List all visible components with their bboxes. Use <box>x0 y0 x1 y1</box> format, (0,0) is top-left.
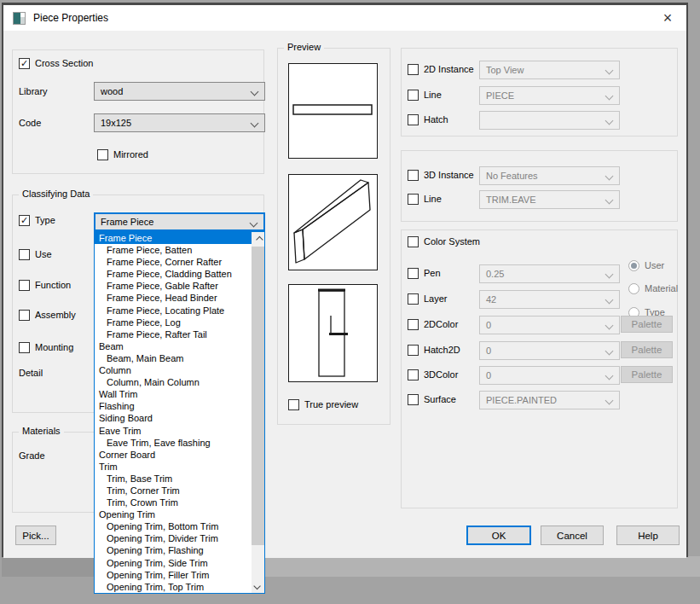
title-bar[interactable]: Piece Properties × <box>3 5 686 31</box>
dropdown-item[interactable]: Trim, Crown Trim <box>95 497 252 508</box>
3dcolor-combo[interactable]: 0 <box>479 366 620 385</box>
material-radio[interactable] <box>628 283 639 294</box>
color-system-checkbox[interactable] <box>408 236 419 247</box>
user-radio[interactable] <box>628 260 639 271</box>
hatch-label: Hatch <box>424 114 448 125</box>
2d-line-checkbox[interactable] <box>408 90 419 101</box>
mounting-checkbox[interactable] <box>19 342 30 353</box>
grade-label: Grade <box>19 450 45 461</box>
palette-button-2dcolor[interactable]: Palette <box>621 316 673 333</box>
3d-instance-combo[interactable]: No Features <box>479 166 620 185</box>
2dcolor-checkbox[interactable] <box>408 319 419 330</box>
dropdown-item[interactable]: Opening Trim, Flashing <box>95 544 252 556</box>
preview-group-label: Preview <box>284 42 324 52</box>
dropdown-item[interactable]: Frame Piece, Batten <box>95 244 252 256</box>
2d-instance-combo[interactable]: Top View <box>479 61 620 79</box>
scroll-down-icon[interactable] <box>252 578 264 593</box>
scroll-up-icon[interactable] <box>252 232 264 247</box>
dropdown-item[interactable]: Wall Trim <box>95 388 252 400</box>
dropdown-item[interactable]: Opening Trim, Side Trim <box>95 557 252 569</box>
library-combo[interactable]: wood <box>94 82 265 101</box>
hatch-checkbox[interactable] <box>408 114 419 125</box>
dropdown-item[interactable]: Trim, Base Trim <box>95 473 252 485</box>
dropdown-item[interactable]: Opening Trim <box>95 508 252 520</box>
chevron-down-icon <box>250 219 258 228</box>
hatch-combo[interactable] <box>479 111 620 130</box>
cross-section-checkbox[interactable] <box>19 58 30 69</box>
dropdown-item[interactable]: Opening Trim, Bottom Trim <box>95 520 252 532</box>
dropdown-item[interactable]: Trim <box>95 461 252 473</box>
dropdown-item[interactable]: Trim, Corner Trim <box>95 485 252 497</box>
dropdown-item[interactable]: Frame Piece, Head Binder <box>95 292 252 304</box>
preview-isometric-view <box>288 174 378 270</box>
color-system-label: Color System <box>424 236 480 247</box>
dropdown-item[interactable]: Frame Piece <box>95 232 252 244</box>
dropdown-item[interactable]: Beam, Main Beam <box>95 352 252 364</box>
chevron-down-icon <box>605 372 614 380</box>
chevron-down-icon <box>605 270 614 279</box>
dropdown-item[interactable]: Frame Piece, Rafter Tail <box>95 328 252 340</box>
2dcolor-combo[interactable]: 0 <box>479 316 620 334</box>
dropdown-item[interactable]: Eave Trim, Eave flashing <box>95 437 252 449</box>
surface-combo[interactable]: PIECE.PAINTED <box>479 391 620 409</box>
pen-checkbox[interactable] <box>408 268 419 279</box>
chevron-down-icon <box>605 347 614 356</box>
dropdown-item[interactable]: Flashing <box>95 400 252 412</box>
dropdown-item[interactable]: Opening Trim, Divider Trim <box>95 532 252 544</box>
dropdown-scrollbar[interactable] <box>252 232 264 593</box>
2d-line-combo[interactable]: PIECE <box>479 86 620 105</box>
layer-checkbox[interactable] <box>408 293 419 305</box>
pen-value: 0.25 <box>486 269 504 279</box>
type-combo[interactable]: Frame Piece <box>94 212 265 231</box>
true-preview-checkbox[interactable] <box>288 399 299 410</box>
use-checkbox[interactable] <box>19 249 30 260</box>
2d-instance-checkbox[interactable] <box>408 64 419 75</box>
help-button[interactable]: Help <box>616 526 680 545</box>
3d-instance-checkbox[interactable] <box>408 170 419 181</box>
cancel-button[interactable]: Cancel <box>541 526 604 545</box>
layer-combo[interactable]: 42 <box>479 290 620 309</box>
ok-button[interactable]: OK <box>466 526 531 545</box>
dropdown-item[interactable]: Frame Piece, Log <box>95 317 252 328</box>
dropdown-item[interactable]: Eave Trim <box>95 425 252 437</box>
dropdown-item[interactable]: Frame Piece, Gable Rafter <box>95 280 252 292</box>
2dcolor-value: 0 <box>486 320 491 330</box>
code-label: Code <box>19 118 41 128</box>
dropdown-item[interactable]: Opening Trim, Filler Trim <box>95 569 252 581</box>
close-icon[interactable]: × <box>649 5 686 31</box>
chevron-down-icon <box>605 92 614 101</box>
3dcolor-checkbox[interactable] <box>408 369 419 380</box>
assembly-checkbox[interactable] <box>19 310 30 321</box>
chevron-down-icon <box>251 88 259 96</box>
function-checkbox[interactable] <box>19 280 30 291</box>
scrollbar-thumb[interactable] <box>252 247 264 545</box>
dropdown-item[interactable]: Frame Piece, Corner Rafter <box>95 256 252 268</box>
pick-button[interactable]: Pick... <box>15 526 56 545</box>
3d-line-checkbox[interactable] <box>408 194 419 205</box>
pen-combo[interactable]: 0.25 <box>479 264 620 283</box>
dropdown-item[interactable]: Frame Piece, Cladding Batten <box>95 268 252 280</box>
dropdown-item[interactable]: Frame Piece, Locating Plate <box>95 305 252 317</box>
mirrored-checkbox[interactable] <box>97 149 108 160</box>
dropdown-item[interactable]: Column <box>95 364 252 376</box>
palette-button-3dcolor[interactable]: Palette <box>621 366 673 383</box>
app-icon <box>13 12 26 25</box>
layer-label: Layer <box>424 293 448 304</box>
type-checkbox[interactable] <box>19 215 30 226</box>
dropdown-item[interactable]: Corner Board <box>95 449 252 461</box>
dropdown-item[interactable]: Opening Trim, Top Trim <box>95 581 252 593</box>
chevron-down-icon <box>605 117 614 125</box>
preview-side-section-view <box>288 63 378 159</box>
hatch2d-combo[interactable]: 0 <box>479 341 620 360</box>
dropdown-item[interactable]: Beam <box>95 340 252 352</box>
material-radio-label: Material <box>645 283 678 293</box>
hatch2d-checkbox[interactable] <box>408 345 419 356</box>
dropdown-item[interactable]: Column, Main Column <box>95 376 252 388</box>
code-combo[interactable]: 19x125 <box>94 113 265 132</box>
palette-button-hatch2d[interactable]: Palette <box>621 341 673 358</box>
surface-checkbox[interactable] <box>408 394 419 405</box>
desktop-background-band <box>230 556 700 577</box>
classifying-data-group-label: Classifying Data <box>19 189 93 199</box>
3d-line-combo[interactable]: TRIM.EAVE <box>479 190 620 209</box>
dropdown-item[interactable]: Siding Board <box>95 412 252 424</box>
